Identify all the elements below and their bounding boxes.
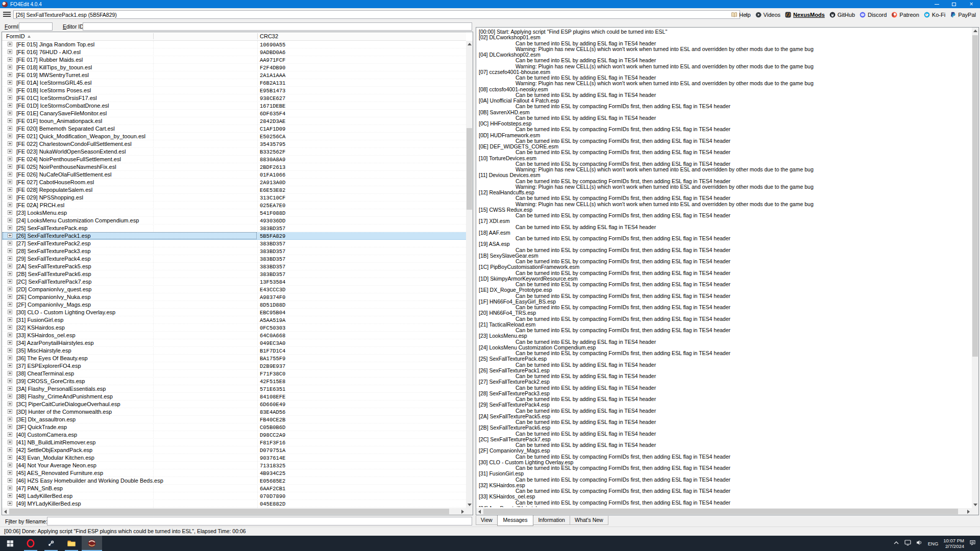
expand-plus-icon[interactable] (8, 42, 12, 46)
expand-plus-icon[interactable] (8, 424, 12, 429)
tree-row[interactable]: [FE 025] NoirPenthouseNavmeshFix.esl2BDF… (2, 163, 467, 171)
expand-plus-icon[interactable] (8, 195, 12, 199)
expand-plus-icon[interactable] (8, 463, 12, 467)
scroll-down-button[interactable] (466, 502, 473, 508)
expand-plus-icon[interactable] (8, 95, 12, 100)
tree-row[interactable]: [46] HZS Easy Homebuilder and Working Do… (2, 477, 467, 485)
expand-plus-icon[interactable] (8, 310, 12, 314)
expand-plus-icon[interactable] (8, 103, 12, 108)
tree-row[interactable]: [FE 024] NoirPenthouseFullSettlement.esl… (2, 156, 467, 163)
tree-row[interactable]: [FE 020] Bememoth Separated Cart.eslC1AF… (2, 125, 467, 133)
expand-plus-icon[interactable] (8, 187, 12, 192)
expand-plus-icon[interactable] (8, 440, 12, 444)
tree-row[interactable]: [FE 016] 76HUD - AIO.esl9ADBD0A6 (2, 48, 467, 56)
tree-row-selected[interactable]: [26] SexFallTexturePack1.esp5B5FA829 (2, 232, 467, 240)
volume-tray-button[interactable] (916, 539, 923, 548)
tree-row[interactable]: [2E] CompanionIvy_Nuka.espA98374F0 (2, 293, 467, 301)
expand-plus-icon[interactable] (8, 111, 12, 115)
tree-row[interactable]: [FE 026] NuCafeOlaFullSettlement.esl01FA… (2, 171, 467, 179)
tree-row[interactable]: [37] ESPExplorerFO4.espD2B9E937 (2, 362, 467, 370)
expand-plus-icon[interactable] (8, 210, 12, 215)
tree-row[interactable]: [3B] Flashy_CrimeAndPunishment.esp84108E… (2, 393, 467, 400)
expand-plus-icon[interactable] (8, 379, 12, 383)
tree-horizontal-scrollbar[interactable] (2, 508, 466, 515)
expand-plus-icon[interactable] (8, 402, 12, 406)
expand-plus-icon[interactable] (8, 141, 12, 146)
link-discord[interactable]: Discord (860, 12, 887, 18)
tree-row[interactable]: [33] KSHairdos_oel.esp64C0A668 (2, 332, 467, 339)
messages-vertical-scrollbar[interactable] (972, 28, 978, 508)
tree-row[interactable]: [23] LooksMenu.esp541F088D (2, 209, 467, 217)
taskbar-app-fo4edit[interactable] (82, 536, 102, 551)
expand-plus-icon[interactable] (8, 241, 12, 245)
tree-row[interactable]: [3D] Hunter of the Commonwealth.esp83E4A… (2, 408, 467, 416)
expand-plus-icon[interactable] (8, 333, 12, 337)
tree-row[interactable]: [27] SexFallTexturePack2.esp383BD357 (2, 240, 467, 247)
tree-row[interactable]: [FE 018] KillTips_by_tooun.eslF2F4DB90 (2, 64, 467, 71)
tree-row[interactable]: [41] NB_BuildLimitRemover.espF81F3F16 (2, 439, 467, 446)
expand-plus-icon[interactable] (8, 356, 12, 360)
maximize-button[interactable] (945, 0, 963, 8)
close-button[interactable]: × (963, 0, 980, 8)
expand-plus-icon[interactable] (8, 447, 12, 452)
expand-plus-icon[interactable] (8, 294, 12, 299)
tree-row[interactable]: [FE 017] Rubber Maids.eslAA971FCF (2, 56, 467, 64)
expand-plus-icon[interactable] (8, 348, 12, 353)
link-github[interactable]: GitHub (829, 12, 855, 18)
tree-row[interactable]: [32] KSHairdos.esp0FC50303 (2, 324, 467, 332)
tree-row[interactable]: [42] SettleObjExpandPack.espD079751A (2, 446, 467, 454)
tree-row[interactable]: [FE 023] NukaWorldOpenSeasonExtend.eslB3… (2, 148, 467, 156)
expand-plus-icon[interactable] (8, 149, 12, 154)
tree-row[interactable]: [49] MYLadyKillerBed.esp045E882D (2, 500, 467, 508)
expand-plus-icon[interactable] (8, 180, 12, 184)
expand-plus-icon[interactable] (8, 126, 12, 131)
expand-plus-icon[interactable] (8, 394, 12, 398)
tree-row[interactable]: [FE 01A] IceStormsGRL45.eslF6B2A131 (2, 79, 467, 87)
tree-row[interactable]: [FE 01C] IceStormsOrsisF17.esl938CE627 (2, 94, 467, 102)
tree-row[interactable]: [3F] QuickTrade.espC05B0B6D (2, 423, 467, 431)
expand-plus-icon[interactable] (8, 371, 12, 375)
expand-plus-icon[interactable] (8, 248, 12, 253)
tree-row[interactable]: [FE 01D] IceStormsCombatDrone.esl1671DEB… (2, 102, 467, 110)
expand-plus-icon[interactable] (8, 118, 12, 123)
notification-center-button[interactable] (969, 539, 976, 548)
tree-row[interactable]: [FE 01B] IceStorms Poses.eslE95B1473 (2, 87, 467, 94)
expand-plus-icon[interactable] (8, 256, 12, 261)
expand-plus-icon[interactable] (8, 264, 12, 268)
expand-plus-icon[interactable] (8, 271, 12, 276)
scroll-left-button[interactable] (476, 508, 483, 515)
taskbar-app-file-explorer[interactable] (61, 536, 82, 551)
expand-plus-icon[interactable] (8, 164, 12, 169)
tree-row[interactable]: [44] Not Your Average Neon.esp71318325 (2, 462, 467, 469)
tree-row[interactable]: [FE 019] MWSentryTurret.esl2A1A1AAA (2, 71, 467, 79)
expand-plus-icon[interactable] (8, 49, 12, 54)
expand-plus-icon[interactable] (8, 363, 12, 368)
link-videos[interactable]: Videos (755, 12, 780, 18)
taskbar-app-opera[interactable] (20, 536, 41, 551)
tree-row[interactable]: [FE 022] CharlestownCondoFullSettlement.… (2, 140, 467, 148)
expand-plus-icon[interactable] (8, 72, 12, 77)
tree-row[interactable]: [2F] CompanionIvy_Mags.esp8D51D88D (2, 301, 467, 309)
link-help[interactable]: Help (731, 12, 751, 18)
expand-plus-icon[interactable] (8, 478, 12, 483)
scroll-down-button[interactable] (972, 502, 978, 508)
scroll-left-button[interactable] (2, 508, 9, 515)
tab-information[interactable]: Information (533, 516, 570, 525)
column-header-crc32[interactable]: CRC32 (260, 33, 278, 39)
tree-row[interactable]: [35] MiscHairstyle.espB1F7D1C4 (2, 347, 467, 355)
editorid-input[interactable] (83, 22, 472, 31)
scroll-right-button[interactable] (459, 508, 466, 515)
tree-row[interactable]: [36] The Eyes Of Beauty.espBA1755F9 (2, 355, 467, 362)
tree-row[interactable]: [FE 01E] CanarySaveFileMonitor.esl6DF635… (2, 110, 467, 117)
taskbar-app-steam[interactable] (41, 536, 61, 551)
tree-row[interactable]: [30] CLO - Custom Lighting Overlay.espEB… (2, 309, 467, 316)
tree-row[interactable]: [38] CheatTerminal.espF71F38C0 (2, 370, 467, 378)
expand-plus-icon[interactable] (8, 88, 12, 92)
tree-row[interactable]: [43] Evan_Modular Kitchen.esp9037614E (2, 454, 467, 462)
tree-row[interactable]: [40] CustomCamera.espD98CC2A9 (2, 431, 467, 439)
expand-plus-icon[interactable] (8, 417, 12, 421)
tree-row[interactable]: [FE 028] RepopulateSalem.eslE6E53E82 (2, 186, 467, 194)
tab-what-s-new[interactable]: What's New (570, 516, 608, 525)
expand-plus-icon[interactable] (8, 493, 12, 498)
expand-plus-icon[interactable] (8, 287, 12, 291)
